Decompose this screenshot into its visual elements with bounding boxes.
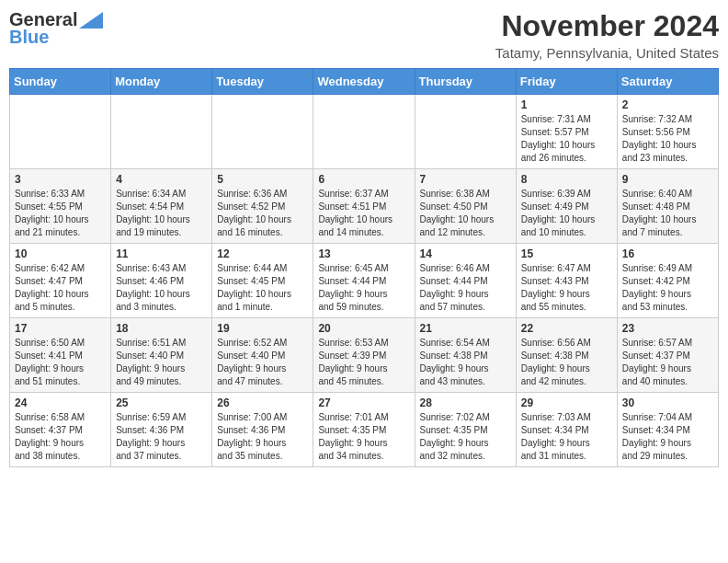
month-title: November 2024 [495,9,719,43]
day-header-thursday: Thursday [415,69,516,95]
calendar-cell: 2Sunrise: 7:32 AM Sunset: 5:56 PM Daylig… [617,95,718,169]
calendar-cell: 24Sunrise: 6:58 AM Sunset: 4:37 PM Dayli… [10,393,111,467]
calendar-cell: 11Sunrise: 6:43 AM Sunset: 4:46 PM Dayli… [111,244,212,318]
calendar-cell: 6Sunrise: 6:37 AM Sunset: 4:51 PM Daylig… [313,169,415,244]
day-number: 29 [521,396,612,409]
day-info: Sunrise: 6:45 AM Sunset: 4:44 PM Dayligh… [318,262,409,314]
day-number: 2 [622,98,713,111]
day-info: Sunrise: 6:59 AM Sunset: 4:36 PM Dayligh… [116,411,207,463]
day-number: 14 [420,247,511,260]
calendar-cell: 18Sunrise: 6:51 AM Sunset: 4:40 PM Dayli… [111,318,212,393]
day-info: Sunrise: 7:02 AM Sunset: 4:35 PM Dayligh… [420,411,511,463]
day-info: Sunrise: 6:53 AM Sunset: 4:39 PM Dayligh… [318,337,409,388]
calendar-cell: 27Sunrise: 7:01 AM Sunset: 4:35 PM Dayli… [313,393,415,467]
day-header-wednesday: Wednesday [313,69,415,95]
day-number: 6 [318,173,409,186]
day-header-tuesday: Tuesday [212,69,313,95]
svg-marker-0 [79,12,103,29]
logo-icon [79,12,103,29]
day-info: Sunrise: 6:58 AM Sunset: 4:37 PM Dayligh… [15,411,106,463]
day-info: Sunrise: 6:43 AM Sunset: 4:46 PM Dayligh… [116,262,207,314]
logo-blue: Blue [9,27,49,48]
calendar-cell: 15Sunrise: 6:47 AM Sunset: 4:43 PM Dayli… [516,244,617,318]
calendar-cell: 29Sunrise: 7:03 AM Sunset: 4:34 PM Dayli… [516,393,617,467]
calendar-cell: 9Sunrise: 6:40 AM Sunset: 4:48 PM Daylig… [617,169,718,244]
calendar-cell: 8Sunrise: 6:39 AM Sunset: 4:49 PM Daylig… [516,169,617,244]
day-number: 28 [420,396,511,409]
calendar-cell: 30Sunrise: 7:04 AM Sunset: 4:34 PM Dayli… [617,393,718,467]
day-info: Sunrise: 6:56 AM Sunset: 4:38 PM Dayligh… [521,337,612,388]
calendar-week-5: 24Sunrise: 6:58 AM Sunset: 4:37 PM Dayli… [10,393,719,467]
day-info: Sunrise: 6:40 AM Sunset: 4:48 PM Dayligh… [622,188,713,239]
day-info: Sunrise: 7:04 AM Sunset: 4:34 PM Dayligh… [622,411,713,463]
calendar-cell: 4Sunrise: 6:34 AM Sunset: 4:54 PM Daylig… [111,169,212,244]
day-info: Sunrise: 7:00 AM Sunset: 4:36 PM Dayligh… [217,411,308,463]
day-number: 22 [521,322,612,335]
location-subtitle: Tatamy, Pennsylvania, United States [495,45,719,61]
day-number: 13 [318,247,409,260]
day-info: Sunrise: 6:46 AM Sunset: 4:44 PM Dayligh… [420,262,511,314]
day-info: Sunrise: 6:42 AM Sunset: 4:47 PM Dayligh… [15,262,106,314]
day-number: 23 [622,322,713,335]
calendar-cell: 16Sunrise: 6:49 AM Sunset: 4:42 PM Dayli… [617,244,718,318]
calendar-cell [313,95,415,169]
day-number: 20 [318,322,409,335]
day-info: Sunrise: 6:49 AM Sunset: 4:42 PM Dayligh… [622,262,713,314]
calendar-header-row: SundayMondayTuesdayWednesdayThursdayFrid… [10,69,719,95]
day-info: Sunrise: 6:47 AM Sunset: 4:43 PM Dayligh… [521,262,612,314]
day-number: 8 [521,173,612,186]
title-section: November 2024 Tatamy, Pennsylvania, Unit… [495,9,719,61]
day-number: 24 [15,396,106,409]
day-number: 30 [622,396,713,409]
day-info: Sunrise: 7:01 AM Sunset: 4:35 PM Dayligh… [318,411,409,463]
day-header-saturday: Saturday [617,69,718,95]
day-info: Sunrise: 6:39 AM Sunset: 4:49 PM Dayligh… [521,188,612,239]
day-number: 9 [622,173,713,186]
calendar-cell [111,95,212,169]
day-number: 25 [116,396,207,409]
day-info: Sunrise: 6:54 AM Sunset: 4:38 PM Dayligh… [420,337,511,388]
calendar-cell: 3Sunrise: 6:33 AM Sunset: 4:55 PM Daylig… [10,169,111,244]
calendar-cell: 14Sunrise: 6:46 AM Sunset: 4:44 PM Dayli… [415,244,516,318]
day-number: 5 [217,173,308,186]
day-header-monday: Monday [111,69,212,95]
calendar-cell: 17Sunrise: 6:50 AM Sunset: 4:41 PM Dayli… [10,318,111,393]
day-number: 15 [521,247,612,260]
day-number: 3 [15,173,106,186]
day-info: Sunrise: 6:38 AM Sunset: 4:50 PM Dayligh… [420,188,511,239]
day-info: Sunrise: 7:31 AM Sunset: 5:57 PM Dayligh… [521,113,612,165]
day-info: Sunrise: 6:51 AM Sunset: 4:40 PM Dayligh… [116,337,207,388]
page-header: General Blue November 2024 Tatamy, Penns… [9,9,719,61]
calendar-week-1: 1Sunrise: 7:31 AM Sunset: 5:57 PM Daylig… [10,95,719,169]
calendar-cell [10,95,111,169]
day-info: Sunrise: 7:32 AM Sunset: 5:56 PM Dayligh… [622,113,713,165]
day-info: Sunrise: 6:50 AM Sunset: 4:41 PM Dayligh… [15,337,106,388]
calendar-week-4: 17Sunrise: 6:50 AM Sunset: 4:41 PM Dayli… [10,318,719,393]
calendar-cell: 13Sunrise: 6:45 AM Sunset: 4:44 PM Dayli… [313,244,415,318]
calendar-week-2: 3Sunrise: 6:33 AM Sunset: 4:55 PM Daylig… [10,169,719,244]
day-number: 21 [420,322,511,335]
calendar-cell: 22Sunrise: 6:56 AM Sunset: 4:38 PM Dayli… [516,318,617,393]
logo: General Blue [9,9,103,48]
calendar-cell: 23Sunrise: 6:57 AM Sunset: 4:37 PM Dayli… [617,318,718,393]
day-info: Sunrise: 6:37 AM Sunset: 4:51 PM Dayligh… [318,188,409,239]
day-number: 18 [116,322,207,335]
calendar-cell: 19Sunrise: 6:52 AM Sunset: 4:40 PM Dayli… [212,318,313,393]
day-info: Sunrise: 6:57 AM Sunset: 4:37 PM Dayligh… [622,337,713,388]
calendar-cell: 10Sunrise: 6:42 AM Sunset: 4:47 PM Dayli… [10,244,111,318]
day-info: Sunrise: 6:44 AM Sunset: 4:45 PM Dayligh… [217,262,308,314]
calendar-cell: 25Sunrise: 6:59 AM Sunset: 4:36 PM Dayli… [111,393,212,467]
calendar-cell: 26Sunrise: 7:00 AM Sunset: 4:36 PM Dayli… [212,393,313,467]
calendar-cell: 12Sunrise: 6:44 AM Sunset: 4:45 PM Dayli… [212,244,313,318]
day-number: 26 [217,396,308,409]
calendar-cell: 20Sunrise: 6:53 AM Sunset: 4:39 PM Dayli… [313,318,415,393]
day-info: Sunrise: 7:03 AM Sunset: 4:34 PM Dayligh… [521,411,612,463]
day-info: Sunrise: 6:34 AM Sunset: 4:54 PM Dayligh… [116,188,207,239]
day-header-sunday: Sunday [10,69,111,95]
day-number: 11 [116,247,207,260]
day-info: Sunrise: 6:52 AM Sunset: 4:40 PM Dayligh… [217,337,308,388]
day-number: 10 [15,247,106,260]
day-number: 17 [15,322,106,335]
day-info: Sunrise: 6:36 AM Sunset: 4:52 PM Dayligh… [217,188,308,239]
calendar-cell [212,95,313,169]
